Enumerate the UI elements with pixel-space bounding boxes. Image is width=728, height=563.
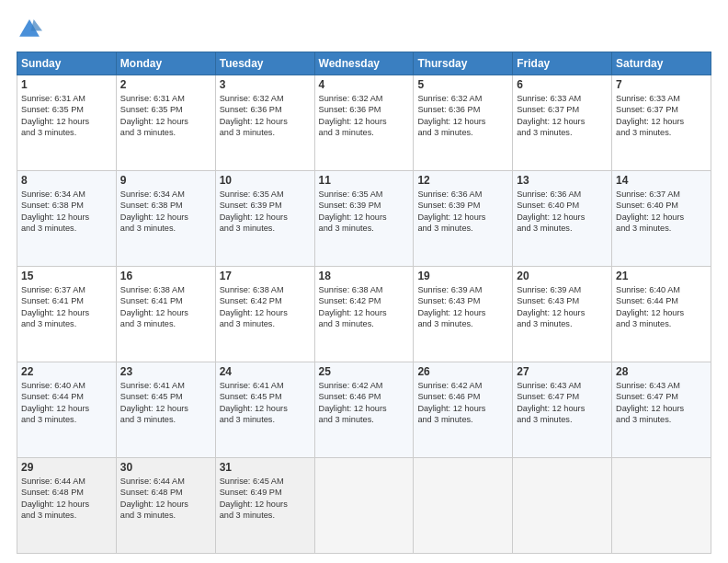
day-header-wednesday: Wednesday xyxy=(314,52,414,75)
day-header-sunday: Sunday xyxy=(17,52,117,75)
day-header-monday: Monday xyxy=(116,52,215,75)
calendar-cell: 15Sunrise: 6:37 AM Sunset: 6:41 PM Dayli… xyxy=(17,267,117,362)
day-number: 6 xyxy=(517,78,608,91)
day-number: 17 xyxy=(220,270,311,282)
day-info: Sunrise: 6:35 AM Sunset: 6:39 PM Dayligh… xyxy=(319,189,410,235)
calendar-cell: 1Sunrise: 6:31 AM Sunset: 6:35 PM Daylig… xyxy=(17,75,117,171)
day-info: Sunrise: 6:38 AM Sunset: 6:42 PM Dayligh… xyxy=(319,284,410,330)
day-info: Sunrise: 6:32 AM Sunset: 6:36 PM Dayligh… xyxy=(417,93,508,139)
day-number: 27 xyxy=(517,365,608,378)
day-number: 30 xyxy=(120,461,211,474)
calendar-cell: 6Sunrise: 6:33 AM Sunset: 6:37 PM Daylig… xyxy=(513,75,612,171)
calendar-cell: 27Sunrise: 6:43 AM Sunset: 6:47 PM Dayli… xyxy=(513,362,612,458)
calendar-cell: 13Sunrise: 6:36 AM Sunset: 6:40 PM Dayli… xyxy=(513,171,612,267)
day-number: 11 xyxy=(319,174,410,187)
calendar-cell: 19Sunrise: 6:39 AM Sunset: 6:43 PM Dayli… xyxy=(414,267,513,362)
day-info: Sunrise: 6:38 AM Sunset: 6:41 PM Dayligh… xyxy=(120,284,211,330)
calendar-cell: 28Sunrise: 6:43 AM Sunset: 6:47 PM Dayli… xyxy=(612,362,711,458)
day-number: 1 xyxy=(21,78,112,91)
day-number: 26 xyxy=(417,365,508,378)
day-number: 9 xyxy=(120,174,211,187)
day-number: 28 xyxy=(616,365,707,378)
calendar-cell: 9Sunrise: 6:34 AM Sunset: 6:38 PM Daylig… xyxy=(116,171,215,267)
calendar-cell: 10Sunrise: 6:35 AM Sunset: 6:39 PM Dayli… xyxy=(215,171,314,267)
calendar-week-row: 15Sunrise: 6:37 AM Sunset: 6:41 PM Dayli… xyxy=(17,267,711,362)
day-number: 29 xyxy=(21,461,112,474)
calendar-cell xyxy=(314,458,414,554)
calendar-cell: 16Sunrise: 6:38 AM Sunset: 6:41 PM Dayli… xyxy=(116,267,215,362)
day-number: 8 xyxy=(21,174,112,187)
day-info: Sunrise: 6:32 AM Sunset: 6:36 PM Dayligh… xyxy=(220,93,311,139)
day-info: Sunrise: 6:31 AM Sunset: 6:35 PM Dayligh… xyxy=(21,93,112,139)
day-number: 10 xyxy=(220,174,311,187)
day-header-friday: Friday xyxy=(513,52,612,75)
day-info: Sunrise: 6:43 AM Sunset: 6:47 PM Dayligh… xyxy=(517,380,608,426)
logo xyxy=(17,17,46,42)
day-number: 31 xyxy=(220,461,311,474)
day-number: 2 xyxy=(120,78,211,91)
calendar-cell: 21Sunrise: 6:40 AM Sunset: 6:44 PM Dayli… xyxy=(612,267,711,362)
day-info: Sunrise: 6:42 AM Sunset: 6:46 PM Dayligh… xyxy=(417,380,508,426)
calendar-cell: 4Sunrise: 6:32 AM Sunset: 6:36 PM Daylig… xyxy=(314,75,414,171)
day-number: 22 xyxy=(21,365,112,378)
day-header-tuesday: Tuesday xyxy=(215,52,314,75)
day-info: Sunrise: 6:39 AM Sunset: 6:43 PM Dayligh… xyxy=(517,284,608,330)
calendar-week-row: 29Sunrise: 6:44 AM Sunset: 6:48 PM Dayli… xyxy=(17,458,711,554)
day-number: 12 xyxy=(417,174,508,187)
day-info: Sunrise: 6:34 AM Sunset: 6:38 PM Dayligh… xyxy=(120,189,211,235)
day-number: 3 xyxy=(220,78,311,91)
day-number: 16 xyxy=(120,270,211,282)
day-number: 24 xyxy=(220,365,311,378)
calendar-cell: 12Sunrise: 6:36 AM Sunset: 6:39 PM Dayli… xyxy=(414,171,513,267)
calendar-cell: 29Sunrise: 6:44 AM Sunset: 6:48 PM Dayli… xyxy=(17,458,117,554)
day-number: 20 xyxy=(517,270,608,282)
calendar-cell: 22Sunrise: 6:40 AM Sunset: 6:44 PM Dayli… xyxy=(17,362,117,458)
calendar-cell: 11Sunrise: 6:35 AM Sunset: 6:39 PM Dayli… xyxy=(314,171,414,267)
calendar-cell: 24Sunrise: 6:41 AM Sunset: 6:45 PM Dayli… xyxy=(215,362,314,458)
day-number: 4 xyxy=(319,78,410,91)
day-number: 18 xyxy=(319,270,410,282)
day-number: 5 xyxy=(417,78,508,91)
day-info: Sunrise: 6:44 AM Sunset: 6:48 PM Dayligh… xyxy=(120,476,211,522)
calendar-week-row: 8Sunrise: 6:34 AM Sunset: 6:38 PM Daylig… xyxy=(17,171,711,267)
day-info: Sunrise: 6:42 AM Sunset: 6:46 PM Dayligh… xyxy=(319,380,410,426)
page: SundayMondayTuesdayWednesdayThursdayFrid… xyxy=(0,0,728,563)
calendar-cell: 2Sunrise: 6:31 AM Sunset: 6:35 PM Daylig… xyxy=(116,75,215,171)
day-info: Sunrise: 6:34 AM Sunset: 6:38 PM Dayligh… xyxy=(21,189,112,235)
calendar-cell xyxy=(513,458,612,554)
calendar-cell: 17Sunrise: 6:38 AM Sunset: 6:42 PM Dayli… xyxy=(215,267,314,362)
calendar-cell: 5Sunrise: 6:32 AM Sunset: 6:36 PM Daylig… xyxy=(414,75,513,171)
day-info: Sunrise: 6:38 AM Sunset: 6:42 PM Dayligh… xyxy=(220,284,311,330)
calendar-cell: 31Sunrise: 6:45 AM Sunset: 6:49 PM Dayli… xyxy=(215,458,314,554)
day-number: 15 xyxy=(21,270,112,282)
day-info: Sunrise: 6:36 AM Sunset: 6:39 PM Dayligh… xyxy=(417,189,508,235)
day-info: Sunrise: 6:45 AM Sunset: 6:49 PM Dayligh… xyxy=(220,476,311,522)
day-header-saturday: Saturday xyxy=(612,52,711,75)
day-info: Sunrise: 6:40 AM Sunset: 6:44 PM Dayligh… xyxy=(616,284,707,330)
day-info: Sunrise: 6:41 AM Sunset: 6:45 PM Dayligh… xyxy=(120,380,211,426)
day-info: Sunrise: 6:36 AM Sunset: 6:40 PM Dayligh… xyxy=(517,189,608,235)
calendar-week-row: 1Sunrise: 6:31 AM Sunset: 6:35 PM Daylig… xyxy=(17,75,711,171)
day-number: 13 xyxy=(517,174,608,187)
day-number: 19 xyxy=(417,270,508,282)
calendar-table: SundayMondayTuesdayWednesdayThursdayFrid… xyxy=(17,52,711,554)
day-number: 23 xyxy=(120,365,211,378)
day-number: 21 xyxy=(616,270,707,282)
day-info: Sunrise: 6:40 AM Sunset: 6:44 PM Dayligh… xyxy=(21,380,112,426)
day-info: Sunrise: 6:39 AM Sunset: 6:43 PM Dayligh… xyxy=(417,284,508,330)
calendar-cell: 30Sunrise: 6:44 AM Sunset: 6:48 PM Dayli… xyxy=(116,458,215,554)
calendar-cell xyxy=(612,458,711,554)
calendar-cell: 18Sunrise: 6:38 AM Sunset: 6:42 PM Dayli… xyxy=(314,267,414,362)
day-info: Sunrise: 6:32 AM Sunset: 6:36 PM Dayligh… xyxy=(319,93,410,139)
day-info: Sunrise: 6:33 AM Sunset: 6:37 PM Dayligh… xyxy=(616,93,707,139)
day-number: 7 xyxy=(616,78,707,91)
calendar-cell: 8Sunrise: 6:34 AM Sunset: 6:38 PM Daylig… xyxy=(17,171,117,267)
calendar-cell xyxy=(414,458,513,554)
day-info: Sunrise: 6:37 AM Sunset: 6:40 PM Dayligh… xyxy=(616,189,707,235)
day-info: Sunrise: 6:43 AM Sunset: 6:47 PM Dayligh… xyxy=(616,380,707,426)
calendar-cell: 23Sunrise: 6:41 AM Sunset: 6:45 PM Dayli… xyxy=(116,362,215,458)
calendar-cell: 20Sunrise: 6:39 AM Sunset: 6:43 PM Dayli… xyxy=(513,267,612,362)
calendar-cell: 25Sunrise: 6:42 AM Sunset: 6:46 PM Dayli… xyxy=(314,362,414,458)
svg-marker-1 xyxy=(31,19,42,30)
logo-icon xyxy=(17,17,42,42)
